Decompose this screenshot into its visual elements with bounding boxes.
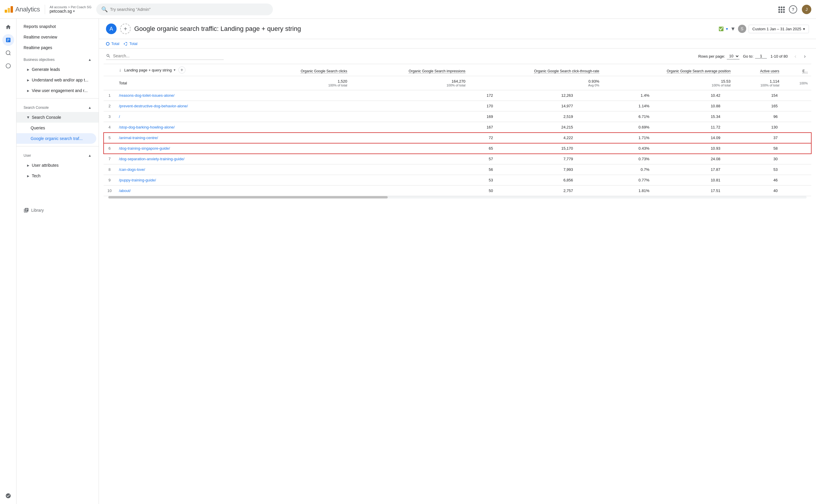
apps-icon[interactable]	[778, 6, 784, 12]
sidebar-item-reports-snapshot[interactable]: Reports snapshot	[16, 21, 99, 32]
table-row: 3 / 169 2,519 6.71% 15.34 96	[104, 111, 811, 122]
pagination-nav: ‹ ›	[791, 52, 809, 60]
row-page[interactable]: /dog-separation-anxiety-training-guide/	[115, 154, 439, 164]
row-avg-position: 14.09	[653, 133, 724, 143]
row-page[interactable]: /	[115, 111, 439, 122]
col-header-ctr: Organic Google Search click-through-rate	[469, 64, 603, 76]
content-area: A + Google organic search traffic: Landi…	[99, 19, 816, 504]
help-icon[interactable]: ?	[789, 5, 797, 14]
sidebar-icon-reports[interactable]	[2, 34, 14, 46]
business-objectives-chevron[interactable]: ▲	[88, 58, 91, 62]
row-clicks: 57	[439, 154, 497, 164]
rows-per-page-select[interactable]: 10 25 50	[727, 53, 740, 59]
topbar-right: ? J	[778, 5, 811, 14]
row-page[interactable]: /about/	[115, 186, 439, 196]
sidebar-item-user-attributes[interactable]: ▶ User attributes	[16, 160, 99, 171]
user-section-chevron[interactable]: ▲	[88, 153, 91, 158]
col-header-extra: E...	[783, 64, 811, 76]
sidebar-icon-advertising[interactable]	[2, 60, 14, 72]
goto-input[interactable]	[755, 54, 767, 59]
search-console-section-chevron[interactable]: ▲	[88, 106, 91, 110]
expand-icon[interactable]: ▶	[27, 89, 29, 92]
total-chip-2[interactable]: Total	[124, 41, 137, 46]
verified-icon: ✅	[719, 26, 724, 31]
pagination-info: 1-10 of 80	[770, 54, 788, 59]
expand-icon[interactable]: ▶	[27, 116, 30, 119]
sidebar-item-view-user-engagement[interactable]: ▶ View user engagement and r...	[16, 85, 99, 96]
add-comparison-button[interactable]: +	[120, 24, 131, 34]
sidebar-item-search-console-parent[interactable]: ▶ Search Console	[16, 112, 99, 123]
logo-bar-1	[5, 10, 7, 13]
row-ctr: 0.77%	[577, 175, 653, 186]
date-range-chip[interactable]: Custom 1 Jan – 31 Jan 2025 ▾	[749, 25, 809, 33]
table-search-input[interactable]	[113, 54, 164, 58]
add-dimension-button[interactable]: +	[178, 66, 185, 74]
row-impressions: 2,757	[497, 186, 577, 196]
row-num: 7	[104, 154, 115, 164]
next-page-button[interactable]: ›	[801, 52, 809, 60]
table-toolbar: Rows per page: 10 25 50 Go to: 1-10 of 8…	[104, 49, 811, 64]
checkmark-dropdown[interactable]: ▾	[726, 26, 728, 31]
table-search[interactable]	[106, 52, 224, 60]
account-info[interactable]: All accounts > Pet Coach SG petcoach.sg …	[50, 5, 91, 14]
row-active-users: 46	[724, 175, 781, 186]
expand-icon[interactable]: ▶	[27, 68, 29, 71]
sidebar-icon-settings[interactable]	[2, 490, 14, 502]
row-impressions: 4,222	[497, 133, 577, 143]
sidebar-item-google-organic-search[interactable]: Google organic search traf...	[16, 133, 96, 144]
topbar-divider	[45, 5, 45, 14]
expand-icon[interactable]: ▶	[27, 79, 29, 82]
data-table: ↓ Landing page + query string ▾ + Organ	[104, 64, 811, 90]
sidebar-icon-home[interactable]	[2, 21, 14, 33]
sidebar-item-queries[interactable]: Queries	[16, 123, 99, 133]
row-active-users: 165	[724, 101, 781, 111]
row-page[interactable]: /can-dogs-love/	[115, 164, 439, 175]
col-header-avg-position: Organic Google Search average position	[603, 64, 734, 76]
sidebar-nav: Reports snapshot Realtime overview Realt…	[16, 19, 99, 504]
row-extra	[781, 164, 811, 175]
sidebar-item-tech[interactable]: ▶ Tech	[16, 171, 99, 181]
row-active-users: 58	[724, 143, 781, 154]
global-search[interactable]: 🔍	[96, 4, 273, 15]
total-row-num	[104, 76, 115, 90]
row-page[interactable]: /puppy-training-guide/	[115, 175, 439, 186]
search-input[interactable]	[110, 7, 268, 12]
filter-icon[interactable]: ▼	[730, 26, 736, 32]
sort-arrow[interactable]: ↓	[119, 67, 121, 73]
sidebar-item-library[interactable]: Library	[16, 205, 99, 216]
expand-icon[interactable]: ▶	[27, 174, 29, 178]
expand-icon[interactable]: ▶	[27, 164, 29, 167]
row-num: 6	[104, 143, 115, 154]
totals-label-row: Total Total	[99, 39, 816, 49]
row-num: 2	[104, 101, 115, 111]
row-page[interactable]: /stop-dog-barking-howling-alone/	[115, 122, 439, 133]
row-impressions: 7,779	[497, 154, 577, 164]
row-num: 10	[104, 186, 115, 196]
sidebar-item-realtime-overview[interactable]: Realtime overview	[16, 32, 99, 42]
row-clicks: 169	[439, 111, 497, 122]
scroll-thumb[interactable]	[108, 196, 388, 198]
row-avg-position: 24.08	[653, 154, 724, 164]
row-avg-position: 10.88	[653, 101, 724, 111]
sidebar-item-understand-web[interactable]: ▶ Understand web and/or app t...	[16, 75, 99, 85]
user-avatar[interactable]: J	[802, 5, 811, 14]
row-page[interactable]: /reasons-dog-toilet-issues-alone/	[115, 90, 439, 101]
row-page[interactable]: /prevent-destructive-dog-behavior-alone/	[115, 101, 439, 111]
account-dropdown-arrow[interactable]: ▾	[73, 9, 75, 13]
sidebar-icon-explore[interactable]	[2, 47, 14, 59]
sidebar-item-realtime-pages[interactable]: Realtime pages	[16, 42, 99, 53]
horizontal-scrollbar[interactable]	[108, 196, 807, 198]
table-row: 7 /dog-separation-anxiety-training-guide…	[104, 154, 811, 164]
row-num: 1	[104, 90, 115, 101]
row-page[interactable]: /dog-training-singapore-guide/	[115, 143, 439, 154]
row-page[interactable]: /animal-training-centre/	[115, 133, 439, 143]
total-chip-1[interactable]: Total	[106, 41, 119, 46]
logo-bar-2	[8, 8, 10, 13]
row-extra	[781, 90, 811, 101]
row-extra	[781, 111, 811, 122]
lp-col-chevron[interactable]: ▾	[174, 68, 175, 72]
row-extra	[781, 143, 811, 154]
sidebar-item-generate-leads[interactable]: ▶ Generate leads	[16, 64, 99, 75]
row-active-users: 154	[724, 90, 781, 101]
prev-page-button[interactable]: ‹	[791, 52, 800, 60]
